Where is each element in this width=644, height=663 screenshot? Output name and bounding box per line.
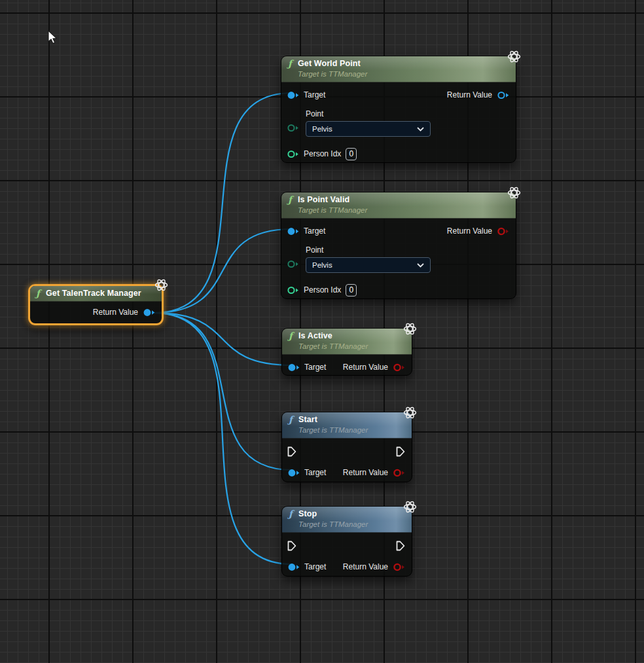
pin-label: Return Value xyxy=(343,562,388,571)
pin-target-input[interactable] xyxy=(287,468,300,478)
wire[interactable] xyxy=(153,93,292,313)
node-stop[interactable]: ƒ Stop Target is TTManager xyxy=(281,506,412,577)
pin-label: Point xyxy=(306,109,516,118)
pin-label: Person Idx xyxy=(304,149,341,158)
node-subtitle: Target is TTManager xyxy=(298,425,368,435)
node-title: Get World Point xyxy=(298,58,367,69)
pin-return-value-output[interactable] xyxy=(393,363,405,372)
pin-target-input[interactable] xyxy=(287,226,299,236)
pin-label: Target xyxy=(304,363,326,372)
function-icon: ƒ xyxy=(36,288,40,299)
node-start[interactable]: ƒ Start Target is TTManager xyxy=(281,412,412,482)
node-title: Is Active xyxy=(298,331,368,342)
node-header[interactable]: ƒ Stop Target is TTManager xyxy=(282,507,412,533)
function-icon: ƒ xyxy=(289,509,293,520)
pin-label: Target xyxy=(304,90,325,99)
node-get-world-point[interactable]: ƒ Get World Point Target is TTManager Ta… xyxy=(281,56,516,163)
node-subtitle: Target is TTManager xyxy=(298,69,367,79)
pin-label: Person Idx xyxy=(304,285,341,295)
point-dropdown[interactable]: Pelvis xyxy=(306,257,431,273)
chevron-down-icon xyxy=(417,127,424,132)
function-icon: ƒ xyxy=(288,194,292,206)
pin-label: Return Value xyxy=(447,90,492,99)
atom-icon xyxy=(402,499,418,514)
wire[interactable] xyxy=(153,313,292,365)
cursor-arrow-icon xyxy=(48,30,58,45)
node-header[interactable]: ƒ Get TalenTrack Manager xyxy=(30,286,162,302)
node-title: Start xyxy=(298,414,368,425)
pin-label: Point xyxy=(306,245,516,255)
chevron-down-icon xyxy=(417,263,424,268)
pin-person-idx-input[interactable] xyxy=(287,285,299,295)
pin-label: Target xyxy=(304,562,326,571)
pin-label: Return Value xyxy=(447,226,492,236)
node-header[interactable]: ƒ Start Target is TTManager xyxy=(282,412,412,439)
function-icon: ƒ xyxy=(289,414,293,425)
node-title: Is Point Valid xyxy=(298,194,367,206)
person-idx-field[interactable]: 0 xyxy=(346,284,357,296)
node-header[interactable]: ƒ Is Point Valid Target is TTManager xyxy=(281,192,516,219)
exec-input-pin[interactable] xyxy=(287,446,296,457)
node-get-talentrack-manager[interactable]: ƒ Get TalenTrack Manager Return Value xyxy=(28,284,164,325)
person-idx-field[interactable]: 0 xyxy=(346,148,357,160)
exec-output-pin[interactable] xyxy=(396,541,405,551)
node-title: Get TalenTrack Manager xyxy=(46,288,141,299)
pin-point-input[interactable] xyxy=(287,123,299,135)
atom-icon xyxy=(402,321,418,336)
atom-icon xyxy=(507,49,522,64)
wire[interactable] xyxy=(153,229,292,313)
exec-input-pin[interactable] xyxy=(287,541,296,551)
node-header[interactable]: ƒ Get World Point Target is TTManager xyxy=(281,56,516,82)
pin-label: Target xyxy=(304,468,326,477)
pin-return-value-output[interactable] xyxy=(497,226,509,236)
pin-target-input[interactable] xyxy=(287,363,300,372)
pin-label: Return Value xyxy=(343,363,388,372)
node-is-active[interactable]: ƒ Is Active Target is TTManager Target R… xyxy=(281,328,412,376)
node-subtitle: Target is TTManager xyxy=(298,342,368,351)
atom-icon xyxy=(154,278,169,293)
dropdown-value: Pelvis xyxy=(312,125,332,133)
blueprint-graph-canvas[interactable]: ƒ Get TalenTrack Manager Return Value ƒ … xyxy=(0,0,644,663)
pin-return-value-output[interactable] xyxy=(143,308,155,317)
pin-target-input[interactable] xyxy=(287,90,299,100)
pin-label: Target xyxy=(304,226,325,236)
pin-label: Return Value xyxy=(93,308,138,317)
wire[interactable] xyxy=(153,313,292,564)
node-subtitle: Target is TTManager xyxy=(298,206,367,215)
exec-output-pin[interactable] xyxy=(396,446,405,457)
pin-person-idx-input[interactable] xyxy=(287,149,299,159)
pin-label: Return Value xyxy=(343,468,388,477)
pin-target-input[interactable] xyxy=(287,562,300,572)
atom-icon xyxy=(507,185,522,200)
pin-point-input[interactable] xyxy=(287,259,299,272)
node-title: Stop xyxy=(298,509,368,520)
function-icon: ƒ xyxy=(289,331,293,342)
dropdown-value: Pelvis xyxy=(312,261,332,269)
point-dropdown[interactable]: Pelvis xyxy=(306,121,431,137)
pin-return-value-output[interactable] xyxy=(393,562,405,572)
node-subtitle: Target is TTManager xyxy=(298,520,368,529)
pin-return-value-output[interactable] xyxy=(393,468,405,478)
pin-return-value-output[interactable] xyxy=(497,90,509,100)
node-header[interactable]: ƒ Is Active Target is TTManager xyxy=(282,329,412,355)
atom-icon xyxy=(402,405,418,420)
node-is-point-valid[interactable]: ƒ Is Point Valid Target is TTManager Tar… xyxy=(281,192,516,299)
function-icon: ƒ xyxy=(288,58,292,69)
